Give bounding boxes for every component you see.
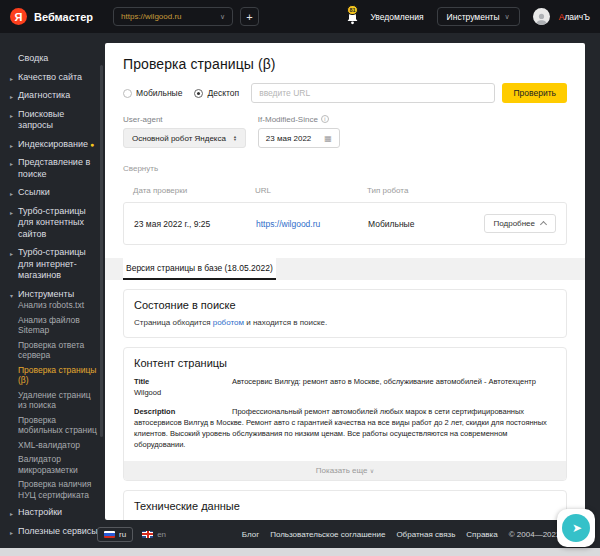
notifications-count-badge: 81 (347, 5, 357, 15)
chevron-down-icon: ∨ (220, 13, 225, 20)
tab-strip: Версия страницы в базе (18.05.2022) (105, 258, 585, 280)
description-row: DescriptionПрофессиональный ремонт автом… (134, 406, 556, 450)
radio-mobile[interactable]: Мобильные (123, 88, 182, 98)
sidebar-nav: Сводка ▸Качество сайта ▸Диагностика ▸Пои… (0, 43, 105, 544)
search-status-text: Страница обходится роботом и находится в… (134, 318, 556, 327)
chevron-right-icon: ▸ (10, 249, 13, 261)
sidebar-tool-page-removal[interactable]: Удаление страниц из поиска (18, 390, 99, 411)
sidebar-tool-mobile-check[interactable]: Проверка мобильных страниц (18, 415, 99, 436)
table-header-row: Дата проверки URL Тип робота (123, 186, 567, 195)
footer-link-blog[interactable]: Блог (242, 530, 259, 539)
send-icon: ➤ (572, 521, 582, 535)
user-agent-value: Основной робот Яндекса (132, 134, 226, 143)
description-label: Description (134, 406, 232, 417)
language-ru-label: ru (119, 530, 126, 539)
top-bar: Я Вебмастер https://wilgood.ru ∨ + 81 Ув… (0, 0, 600, 33)
sidebar-tool-robots-txt[interactable]: Анализ robots.txt (18, 300, 99, 311)
sidebar-item-label: Индексирование (18, 139, 88, 149)
user-name[interactable]: АлаичЪ (559, 12, 590, 22)
tools-menu-label: Инструменты (447, 12, 500, 22)
sidebar-item-settings[interactable]: ▸Настройки (10, 507, 99, 519)
details-button-label: Подробнее (494, 219, 536, 228)
notifications-bell-icon[interactable]: 81 (346, 9, 361, 25)
sidebar-tool-nuc-certificate[interactable]: Проверка наличия НУЦ сертификата (18, 479, 99, 500)
technical-data-card: Технические данные Статус в поисковой ба… (123, 490, 567, 520)
title-label: Title (134, 376, 232, 387)
chevron-right-icon: ▸ (10, 74, 13, 86)
check-form-row: Мобильные Десктоп Проверить (123, 83, 567, 103)
footer-link-user-agreement[interactable]: Пользовательское соглашение (270, 530, 385, 539)
sidebar-item-tools[interactable]: ▾Инструменты Анализ robots.txt Анализ фа… (10, 289, 99, 501)
table-row: 23 мая 2022 г., 9:25 https://wilgood.ru … (123, 202, 567, 245)
collapse-link[interactable]: Свернуть (123, 164, 158, 173)
footer: ru en Блог Пользовательское соглашение О… (0, 520, 600, 548)
footer-link-help[interactable]: Справка (466, 530, 497, 539)
cell-url-link[interactable]: https://wilgood.ru (256, 219, 320, 229)
flag-ru-icon (104, 531, 115, 538)
sidebar-item-site-quality[interactable]: ▸Качество сайта (10, 72, 99, 84)
radio-circle-checked-icon (194, 89, 203, 98)
sidebar-item-diagnostics[interactable]: ▸Диагностика (10, 90, 99, 102)
chevron-up-icon (540, 221, 547, 228)
date-input[interactable]: 23 мая 2022 ▦ (258, 128, 340, 148)
sidebar-item-search-queries[interactable]: ▸Поисковые запросы (10, 109, 99, 132)
sidebar-item-label: Поисковые запросы (18, 109, 64, 131)
site-selector-dropdown[interactable]: https://wilgood.ru ∨ (113, 7, 233, 26)
page-bottom-edge (0, 548, 600, 556)
sidebar-tool-page-check-active[interactable]: Проверка страницы (β) (18, 365, 99, 386)
tab-db-version-active[interactable]: Версия страницы в базе (18.05.2022) (123, 258, 276, 280)
chevron-right-icon: ▸ (10, 159, 13, 171)
chevron-right-icon: ▸ (10, 509, 13, 521)
yandex-logo-icon[interactable]: Я (10, 8, 27, 25)
technical-data-title: Технические данные (134, 500, 556, 512)
chevron-down-icon: ▾ (10, 291, 13, 303)
sidebar-item-turbo-content[interactable]: ▸Турбо-страницы для контентных сайтов (10, 206, 99, 241)
robot-link[interactable]: роботом (213, 318, 244, 327)
chevron-right-icon: ▸ (10, 189, 13, 201)
updown-arrows-icon: ▲▼ (233, 135, 237, 141)
check-button[interactable]: Проверить (502, 83, 567, 103)
radio-mobile-label: Мобильные (136, 88, 182, 98)
cell-robot-type: Мобильные (368, 219, 414, 229)
sidebar-tool-sitemap[interactable]: Анализ файлов Sitemap (18, 315, 99, 336)
app-title[interactable]: Вебмастер (34, 11, 93, 23)
notifications-label[interactable]: Уведомления (370, 12, 423, 22)
sidebar-tool-xml-validator[interactable]: XML-валидатор (18, 440, 99, 451)
language-en-label: en (157, 530, 166, 539)
sidebar-item-turbo-commerce[interactable]: ▸Турбо-страницы для интернет-магазинов (10, 247, 99, 282)
chevron-right-icon: ▸ (10, 141, 13, 153)
url-input[interactable] (251, 83, 495, 103)
radio-desktop-label: Десктоп (207, 88, 239, 98)
new-indicator-dot-icon: ● (90, 141, 94, 148)
user-avatar[interactable] (533, 8, 550, 25)
language-ru-button[interactable]: ru (97, 527, 133, 542)
sidebar-tool-microdata-validator[interactable]: Валидатор микроразметки (18, 454, 99, 475)
cell-check-date: 23 мая 2022 г., 9:25 (134, 219, 256, 229)
radio-desktop[interactable]: Десктоп (194, 88, 239, 98)
sidebar-item-summary[interactable]: Сводка (10, 53, 99, 65)
user-agent-select[interactable]: Основной робот Яндекса ▲▼ (123, 128, 246, 148)
sidebar-item-label: Качество сайта (18, 72, 82, 82)
sidebar-item-search-appearance[interactable]: ▸Представление в поиске (10, 157, 99, 180)
show-more-content-button[interactable]: Показать еще ∨ (124, 461, 566, 480)
sidebar-item-indexing[interactable]: ▸Индексирование● (10, 139, 99, 151)
sidebar-item-links[interactable]: ▸Ссылки (10, 187, 99, 199)
language-en-button[interactable]: en (142, 530, 166, 539)
user-name-rest: лаичЪ (564, 12, 590, 22)
info-icon[interactable]: i (321, 115, 329, 123)
chat-widget-button[interactable]: ➤ (557, 509, 595, 547)
add-site-button[interactable]: + (240, 7, 259, 26)
col-header-robot-type: Тип робота (367, 186, 557, 195)
col-header-check-date: Дата проверки (133, 186, 255, 195)
details-button[interactable]: Подробнее (484, 214, 557, 233)
sidebar-tool-server-response[interactable]: Проверка ответа сервера (18, 340, 99, 361)
sidebar-item-label: Ссылки (18, 187, 50, 197)
site-selector-value: https://wilgood.ru (121, 12, 181, 21)
page-title: Проверка страницы (β) (123, 56, 567, 72)
chevron-right-icon: ▸ (10, 208, 13, 220)
tools-menu-button[interactable]: Инструменты ∨ (437, 7, 520, 26)
page-content-title: Контент страницы (134, 357, 556, 369)
radio-circle-icon (123, 89, 132, 98)
footer-link-feedback[interactable]: Обратная связь (396, 530, 455, 539)
chevron-right-icon: ▸ (10, 92, 13, 104)
